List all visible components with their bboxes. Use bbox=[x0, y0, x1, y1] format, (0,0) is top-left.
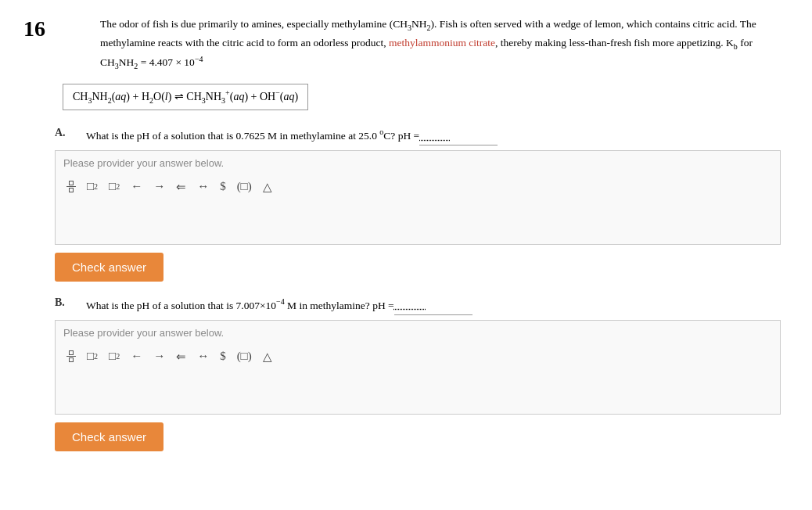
problem-container: 16 The odor of fish is due primarily to … bbox=[23, 16, 789, 451]
fraction-button-b[interactable] bbox=[63, 349, 79, 364]
dollar-button-a[interactable]: $ bbox=[217, 178, 229, 195]
part-a: A. What is the pH of a solution that is … bbox=[23, 126, 789, 282]
part-a-header: A. What is the pH of a solution that is … bbox=[55, 126, 789, 145]
right-arrow-button-a[interactable]: → bbox=[150, 178, 168, 195]
left-arrow-button-a[interactable]: ← bbox=[128, 178, 146, 195]
subscript-button-b[interactable]: □2 bbox=[106, 348, 123, 365]
part-b-question: What is the pH of a solution that is 7.0… bbox=[86, 296, 472, 315]
part-a-question: What is the pH of a solution that is 0.7… bbox=[86, 126, 498, 145]
double-right-button-a[interactable]: ↔ bbox=[194, 178, 212, 195]
part-b-letter: B. bbox=[55, 296, 86, 309]
part-b-toolbar: □2 □2 ← → ⇐ ↔ $ (□) △ bbox=[63, 345, 772, 368]
part-a-toolbar: □2 □2 ← → ⇐ ↔ $ (□) △ bbox=[63, 175, 772, 199]
problem-intro: The odor of fish is due primarily to ami… bbox=[100, 16, 789, 73]
fraction-icon-b bbox=[66, 350, 76, 362]
subscript-button-a[interactable]: □2 bbox=[106, 178, 123, 195]
fraction-button-a[interactable] bbox=[63, 179, 79, 194]
parts-container: A. What is the pH of a solution that is … bbox=[23, 126, 789, 451]
part-a-letter: A. bbox=[55, 126, 86, 139]
part-b-input-area[interactable] bbox=[63, 368, 772, 408]
equation-text: CH3NH2(aq) + H2O(l) ⇌ CH3NH3+(aq) + OH−(… bbox=[73, 91, 298, 102]
check-answer-button-a[interactable]: Check answer bbox=[55, 253, 163, 282]
paren-box-button-b[interactable]: (□) bbox=[234, 348, 255, 365]
square-button-b[interactable]: □2 bbox=[84, 348, 101, 365]
equation-box: CH3NH2(aq) + H2O(l) ⇌ CH3NH3+(aq) + OH−(… bbox=[63, 84, 308, 110]
part-a-placeholder: Please provider your answer below. bbox=[63, 157, 772, 169]
double-left-button-b[interactable]: ⇐ bbox=[173, 348, 189, 365]
fraction-icon-a bbox=[66, 181, 76, 192]
double-left-button-a[interactable]: ⇐ bbox=[173, 178, 189, 196]
paren-box-button-a[interactable]: (□) bbox=[234, 178, 255, 195]
dollar-button-b[interactable]: $ bbox=[217, 348, 229, 365]
part-b-placeholder: Please provider your answer below. bbox=[63, 327, 772, 339]
problem-number: 16 bbox=[23, 16, 45, 42]
square-button-a[interactable]: □2 bbox=[84, 178, 101, 195]
part-b-answer-area: Please provider your answer below. □2 □2… bbox=[55, 320, 781, 415]
part-b: B. What is the pH of a solution that is … bbox=[23, 296, 789, 451]
check-answer-button-b[interactable]: Check answer bbox=[55, 422, 163, 451]
part-a-input-area[interactable] bbox=[63, 199, 772, 238]
right-arrow-button-b[interactable]: → bbox=[150, 348, 168, 365]
double-right-button-b[interactable]: ↔ bbox=[194, 348, 212, 365]
triangle-button-b[interactable]: △ bbox=[260, 348, 275, 365]
left-arrow-button-b[interactable]: ← bbox=[128, 348, 146, 365]
part-a-answer-area: Please provider your answer below. □2 □2… bbox=[55, 150, 781, 245]
triangle-button-a[interactable]: △ bbox=[260, 178, 275, 196]
intro-text-1: The odor of fish is due primarily to ami… bbox=[100, 18, 756, 68]
part-b-header: B. What is the pH of a solution that is … bbox=[55, 296, 789, 315]
